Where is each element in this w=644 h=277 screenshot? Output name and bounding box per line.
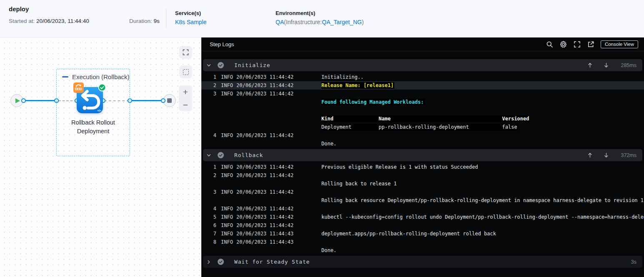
duration-value: 9s — [154, 18, 160, 24]
infrastructure-link[interactable]: QA_Target_NG — [322, 19, 362, 25]
port — [161, 98, 165, 103]
line-number: 3 — [201, 188, 216, 196]
log-message: Initializing.. — [321, 73, 644, 81]
line-number: 3 — [201, 90, 216, 98]
log-maximize-button[interactable] — [572, 39, 583, 49]
log-search-button[interactable] — [544, 39, 555, 49]
line-number: 1 — [201, 163, 216, 171]
section-duration: 3s — [619, 259, 636, 265]
scroll-to-bottom-button[interactable] — [604, 152, 609, 158]
service-link[interactable]: K8s Sample — [175, 19, 206, 25]
log-message: Done. — [321, 140, 644, 148]
console-view-button[interactable]: Console View — [601, 40, 638, 48]
step-success-icon — [218, 152, 224, 158]
pipeline-canvas[interactable]: Execution (Rollback) </> — [0, 37, 201, 277]
section-body-initialize: 1INFO20/06/2023 11:44:42Initializing..2I… — [201, 71, 644, 148]
log-line[interactable]: Deployment pp-rollback-rolling-deploymen… — [201, 123, 644, 131]
log-timestamp: 20/06/2023 11:44:42 — [236, 163, 293, 171]
log-timestamp: 20/06/2023 11:44:42 — [236, 205, 293, 213]
log-line[interactable]: Rolling back resource Deployment/pp-roll… — [201, 196, 644, 205]
execution-header: deploy Started at: 20/06/2023, 11:44:40 … — [0, 0, 644, 37]
log-message: Rolling back to release 1 — [321, 180, 644, 188]
log-line[interactable]: 5INFO20/06/2023 11:44:42kubectl --kubeco… — [201, 213, 644, 221]
line-number: 8 — [201, 238, 216, 246]
log-level: INFO — [221, 81, 233, 90]
step-success-icon — [218, 259, 224, 265]
log-open-in-new-button[interactable] — [586, 39, 596, 49]
canvas-zoom-controls: + − — [179, 85, 192, 111]
log-line[interactable]: 3INFO20/06/2023 11:44:42 — [201, 90, 644, 98]
section-body-rollback: 1INFO20/06/2023 11:44:42Previous eligibl… — [201, 161, 644, 255]
canvas-fullscreen-button[interactable] — [179, 46, 192, 59]
log-line[interactable]: 3INFO20/06/2023 11:44:42 — [201, 188, 644, 196]
env-suffix: ) — [362, 19, 364, 25]
line-number: 5 — [201, 213, 216, 221]
line-number: 7 — [201, 230, 216, 238]
section-header-rollback[interactable]: Rollback372ms — [203, 149, 642, 161]
environment-link[interactable]: QA — [276, 19, 284, 25]
log-section-rollback: Rollback372ms1INFO20/06/2023 11:44:42Pre… — [201, 149, 644, 256]
services-label: Service(s) — [175, 10, 206, 16]
log-line[interactable]: Done. — [201, 246, 644, 255]
log-line[interactable]: 1INFO20/06/2023 11:44:42Previous eligibl… — [201, 163, 644, 171]
scroll-to-bottom-button[interactable] — [604, 62, 609, 68]
log-sections-container: Initialize285ms1INFO20/06/2023 11:44:42I… — [201, 59, 644, 269]
log-timestamp: 20/06/2023 11:44:43 — [236, 238, 293, 246]
pipeline-title: deploy — [9, 5, 29, 12]
log-line[interactable] — [201, 106, 644, 115]
chevron-right-icon[interactable] — [206, 260, 211, 265]
log-level: INFO — [221, 131, 233, 140]
header-divider — [166, 9, 166, 28]
log-message: Done. — [321, 246, 644, 255]
environments-block: Environment(s) QA(Infrastructure:QA_Targ… — [276, 10, 364, 25]
step-logs-panel: Step Logs — [201, 37, 644, 277]
log-line[interactable]: 2INFO20/06/2023 11:44:42Release Name: [r… — [201, 81, 644, 90]
log-line[interactable]: Done. — [201, 140, 644, 148]
log-level: INFO — [221, 171, 233, 180]
step-node-label: Rollback Rollout Deployment — [56, 118, 130, 136]
section-title: Initialize — [234, 62, 270, 68]
log-timestamp: 20/06/2023 11:44:42 — [236, 90, 293, 98]
environments-label: Environment(s) — [276, 10, 364, 16]
log-line[interactable]: 6INFO20/06/2023 11:44:42 — [201, 221, 644, 230]
log-timestamp: 20/06/2023 11:44:42 — [236, 213, 293, 221]
log-line[interactable]: 1INFO20/06/2023 11:44:42Initializing.. — [201, 73, 644, 81]
line-number: 2 — [201, 171, 216, 180]
log-line[interactable]: Kind Name Versioned — [201, 115, 644, 123]
log-line[interactable]: 4INFO20/06/2023 11:44:42 — [201, 131, 644, 140]
line-number: 1 — [201, 73, 216, 81]
env-infra-prefix: (Infrastructure: — [284, 19, 322, 25]
line-number: 4 — [201, 205, 216, 213]
chevron-down-icon[interactable] — [206, 63, 211, 68]
log-settings-button[interactable] — [558, 39, 569, 49]
log-level: INFO — [221, 230, 233, 238]
log-level: INFO — [221, 188, 233, 196]
section-header-wait-for-steady-state[interactable]: Wait for Steady State3s — [203, 256, 642, 268]
log-line[interactable]: 8INFO20/06/2023 11:44:43 — [201, 238, 644, 246]
collapse-dash-icon[interactable] — [62, 76, 68, 78]
marquee-select-icon — [183, 69, 189, 75]
log-timestamp: 20/06/2023 11:44:42 — [236, 131, 293, 140]
log-line[interactable]: Rolling back to release 1 — [201, 180, 644, 188]
play-icon — [15, 98, 20, 103]
section-header-initialize[interactable]: Initialize285ms — [203, 59, 642, 71]
log-line[interactable]: 4INFO20/06/2023 11:44:42 — [201, 205, 644, 213]
fullscreen-icon — [183, 49, 189, 55]
log-line[interactable]: Found following Managed Workloads: — [201, 98, 644, 106]
section-duration: 372ms — [619, 152, 636, 158]
services-block: Service(s) K8s Sample — [175, 10, 206, 25]
log-message: Previous eligible Release is 1 with stat… — [321, 163, 644, 171]
started-label: Started at: — [9, 18, 35, 24]
zoom-out-button[interactable]: − — [183, 101, 188, 109]
scroll-to-top-button[interactable] — [587, 62, 593, 68]
rollback-step-node[interactable]: </> — [77, 87, 103, 113]
gear-icon — [559, 40, 567, 48]
zoom-in-button[interactable]: + — [183, 88, 188, 96]
log-line[interactable]: 7INFO20/06/2023 11:44:43deployment.apps/… — [201, 230, 644, 238]
started-at: Started at: 20/06/2023, 11:44:40 — [9, 18, 89, 24]
scroll-to-top-button[interactable] — [587, 152, 593, 158]
canvas-select-button[interactable] — [179, 65, 192, 78]
log-message: Deployment pp-rollback-rolling-deploymen… — [321, 123, 644, 131]
chevron-down-icon[interactable] — [206, 153, 211, 158]
log-line[interactable]: 2INFO20/06/2023 11:44:42 — [201, 171, 644, 180]
